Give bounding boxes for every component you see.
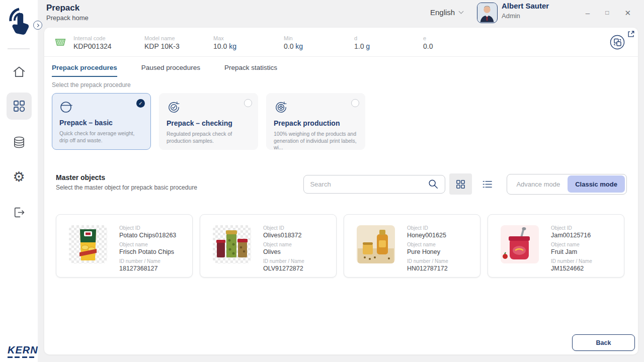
serial-connector-icon bbox=[54, 39, 69, 46]
main-panel: Internal code KDP001324 Model name KDP 1… bbox=[44, 28, 638, 354]
tab-paused-procedures[interactable]: Paused procedures bbox=[141, 64, 200, 77]
master-object-grid: Object ID Potato Chips018263 Object name… bbox=[56, 214, 638, 278]
procedure-title: Prepack – basic bbox=[59, 119, 143, 127]
window-minimize-button[interactable]: – bbox=[586, 7, 590, 19]
master-objects-subtitle: Select the master object for prepack bas… bbox=[56, 184, 197, 191]
window-close-button[interactable]: ✕ bbox=[624, 7, 631, 19]
product-image-jam-jar bbox=[501, 225, 539, 263]
list-view-icon bbox=[481, 178, 493, 190]
search-icon[interactable] bbox=[428, 178, 439, 190]
chevron-down-icon bbox=[459, 9, 464, 14]
chevron-right-icon bbox=[35, 23, 39, 27]
sidebar-item-apps[interactable] bbox=[0, 93, 38, 120]
logout-icon bbox=[12, 206, 26, 219]
sidebar-divider bbox=[8, 48, 30, 49]
prepack-basic-icon bbox=[59, 100, 143, 114]
device-field-min: Min 0.0 kg bbox=[284, 34, 354, 50]
id-number-value: OLV91272872 bbox=[263, 265, 304, 272]
object-name-value: Olives bbox=[263, 248, 304, 255]
back-button[interactable]: Back bbox=[572, 334, 635, 351]
master-objects-controls: Advance mode Classic mode bbox=[303, 173, 627, 195]
object-id-value: Jam00125716 bbox=[551, 232, 592, 239]
object-id-value: Potato Chips018263 bbox=[119, 232, 176, 239]
procedure-card-checking[interactable]: Prepack – checking Regulated prepack che… bbox=[159, 93, 258, 150]
home-icon bbox=[12, 65, 26, 79]
device-info-bar: Internal code KDP001324 Model name KDP 1… bbox=[44, 28, 638, 57]
kern-underline bbox=[8, 356, 37, 358]
master-objects-title: Master objects bbox=[56, 173, 197, 182]
user-avatar[interactable] bbox=[477, 3, 498, 23]
sidebar-item-database[interactable] bbox=[0, 134, 38, 151]
product-image-olive-jars bbox=[213, 225, 251, 263]
procedure-description: Quick check for average weight, drip off… bbox=[59, 130, 143, 144]
object-id-value: Honey001625 bbox=[407, 232, 448, 239]
switch-device-icon[interactable] bbox=[609, 34, 625, 50]
master-objects-header: Master objects Select the master object … bbox=[56, 173, 627, 195]
device-field-internal-code: Internal code KDP001324 bbox=[73, 34, 144, 50]
device-field-d: d 1.0 g bbox=[354, 34, 423, 50]
search-input[interactable] bbox=[310, 180, 428, 188]
object-id-value: Olives018372 bbox=[263, 232, 304, 239]
window-controls: – □ ✕ bbox=[586, 7, 631, 19]
tab-bar: Prepack procedures Paused procedures Pre… bbox=[44, 57, 638, 77]
kern-brand-text: KERN bbox=[8, 344, 38, 356]
product-image-honey-jars bbox=[357, 225, 395, 263]
sidebar-item-logout[interactable] bbox=[0, 204, 38, 221]
kern-brand-logo: KERN bbox=[8, 344, 38, 358]
procedure-title: Prepack – checking bbox=[167, 119, 251, 127]
procedure-description: Regulated prepack check of production sa… bbox=[167, 131, 251, 144]
page-title: Prepack bbox=[46, 3, 79, 13]
language-label: English bbox=[430, 8, 455, 17]
fullscreen-expand-icon[interactable] bbox=[627, 30, 635, 38]
user-role: Admin bbox=[502, 12, 520, 20]
advance-mode-button[interactable]: Advance mode bbox=[509, 180, 568, 188]
mode-toggle: Advance mode Classic mode bbox=[507, 174, 627, 195]
device-field-max: Max 10.0 kg bbox=[213, 34, 284, 50]
user-name: Albert Sauter bbox=[502, 2, 549, 10]
search-box bbox=[303, 175, 445, 194]
procedure-card-basic[interactable]: ✓ Prepack – basic Quick check for averag… bbox=[52, 93, 151, 150]
window-maximize-button[interactable]: □ bbox=[605, 8, 609, 18]
procedure-select-prompt: Select the prepack procedure bbox=[52, 81, 638, 88]
language-selector[interactable]: English bbox=[430, 8, 463, 17]
grid-view-button[interactable] bbox=[449, 173, 472, 195]
object-name-value: Pure Honey bbox=[407, 248, 448, 255]
sidebar-expand-button[interactable] bbox=[33, 21, 42, 30]
object-name-value: Frisch Potato Chips bbox=[119, 248, 176, 255]
master-object-card-honey[interactable]: Object ID Honey001625 Object name Pure H… bbox=[344, 214, 480, 278]
selected-check-icon: ✓ bbox=[136, 99, 145, 108]
radio-unselected[interactable] bbox=[351, 99, 359, 107]
product-image-potato-chips bbox=[69, 225, 107, 263]
classic-mode-button[interactable]: Classic mode bbox=[568, 175, 625, 193]
apps-grid-icon bbox=[12, 99, 26, 113]
product-fields: Object ID Olives018372 Object name Olive… bbox=[263, 225, 304, 277]
id-number-value: 18127368127 bbox=[119, 265, 176, 272]
prepack-production-icon bbox=[274, 100, 358, 115]
sidebar-item-home[interactable] bbox=[0, 63, 38, 80]
product-fields: Object ID Honey001625 Object name Pure H… bbox=[407, 225, 448, 277]
object-name-value: Fruit Jam bbox=[551, 248, 592, 255]
id-number-value: JM1524662 bbox=[551, 265, 592, 272]
device-field-e: e 0.0 bbox=[423, 34, 484, 50]
product-fields: Object ID Jam00125716 Object name Fruit … bbox=[551, 225, 592, 277]
radio-unselected[interactable] bbox=[244, 99, 252, 107]
procedure-description: 100% weighing of the products and genera… bbox=[274, 131, 358, 151]
database-icon bbox=[12, 135, 26, 149]
list-view-button[interactable] bbox=[476, 173, 499, 195]
master-object-card-potato-chips[interactable]: Object ID Potato Chips018263 Object name… bbox=[56, 214, 193, 278]
id-number-value: HN012787172 bbox=[407, 265, 448, 272]
page-subtitle: Prepack home bbox=[46, 14, 89, 22]
top-bar: Prepack Prepack home English Albert Saut… bbox=[38, 0, 644, 28]
product-fields: Object ID Potato Chips018263 Object name… bbox=[119, 225, 176, 277]
grid-view-icon bbox=[455, 178, 466, 190]
procedure-cards: ✓ Prepack – basic Quick check for averag… bbox=[52, 93, 638, 150]
master-object-card-olives[interactable]: Object ID Olives018372 Object name Olive… bbox=[200, 214, 337, 278]
tab-prepack-statistics[interactable]: Prepack statistics bbox=[224, 64, 277, 77]
device-field-model-name: Model name KDP 10K-3 bbox=[144, 34, 213, 50]
sidebar-item-settings[interactable]: ⚙ bbox=[0, 168, 38, 186]
gear-icon: ⚙ bbox=[13, 170, 25, 184]
procedure-card-production[interactable]: Prepack production 100% weighing of the … bbox=[266, 93, 365, 150]
tab-prepack-procedures[interactable]: Prepack procedures bbox=[52, 64, 117, 77]
sidebar: ⚙ KERN bbox=[0, 0, 38, 362]
master-object-card-jam[interactable]: Object ID Jam00125716 Object name Fruit … bbox=[488, 214, 624, 278]
